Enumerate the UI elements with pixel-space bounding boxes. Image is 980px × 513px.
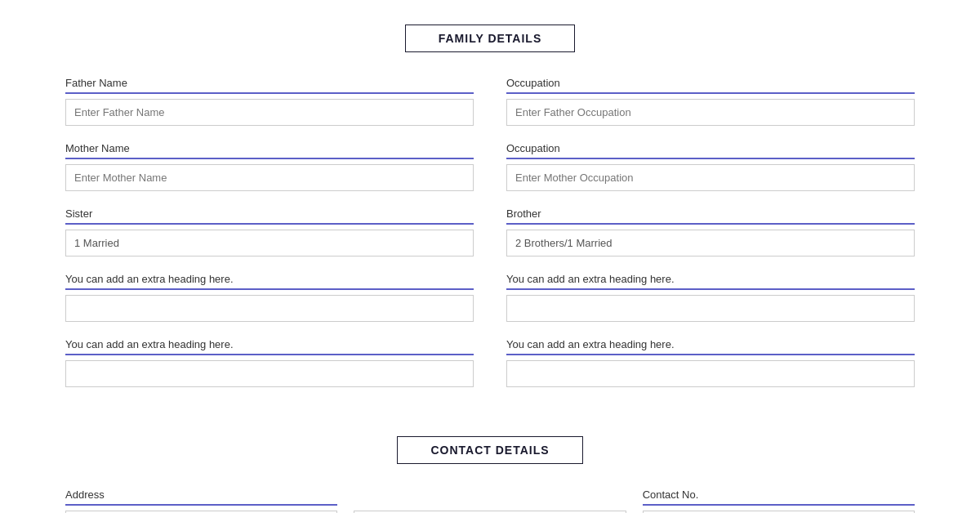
family-details-title: FAMILY DETAILS: [405, 25, 576, 52]
mother-name-input[interactable]: [65, 164, 474, 191]
brother-label: Brother: [506, 207, 915, 225]
father-name-label: Father Name: [65, 77, 474, 94]
mother-name-group: Mother Name: [65, 142, 474, 191]
extra-heading-2-right-input[interactable]: [506, 360, 915, 387]
extra-heading-2-right-label: You can add an extra heading here.: [506, 338, 915, 355]
contact-no-group: Contact No.: [643, 488, 915, 513]
contact-details-title: CONTACT DETAILS: [397, 436, 582, 464]
extra-heading-2-left-label: You can add an extra heading here.: [65, 338, 474, 355]
contact-no-label: Contact No.: [643, 488, 915, 506]
father-occupation-group: Occupation: [506, 77, 915, 126]
extra-heading-1-right-label: You can add an extra heading here.: [506, 273, 915, 290]
address-line2-group: Address: [354, 488, 626, 513]
sister-input[interactable]: [65, 230, 474, 256]
extra-heading-1-left-label: You can add an extra heading here.: [65, 273, 474, 290]
father-occupation-label: Occupation: [506, 77, 915, 94]
address-label: Address: [65, 488, 337, 506]
extra-heading-1-left-input[interactable]: [65, 295, 474, 322]
sister-group: Sister: [65, 207, 474, 256]
mother-occupation-group: Occupation: [506, 142, 915, 191]
brother-group: Brother: [506, 207, 915, 256]
father-name-group: Father Name: [65, 77, 474, 126]
father-occupation-input[interactable]: [506, 99, 915, 126]
mother-occupation-label: Occupation: [506, 142, 915, 159]
extra-heading-2-right-group: You can add an extra heading here.: [506, 338, 915, 387]
brother-input[interactable]: [506, 230, 915, 256]
address-line1-group: Address: [65, 488, 337, 513]
extra-heading-1-left-group: You can add an extra heading here.: [65, 273, 474, 322]
sister-label: Sister: [65, 207, 474, 225]
extra-heading-2-left-input[interactable]: [65, 360, 474, 387]
extra-heading-1-right-input[interactable]: [506, 295, 915, 322]
extra-heading-1-right-group: You can add an extra heading here.: [506, 273, 915, 322]
father-name-input[interactable]: [65, 99, 474, 126]
extra-heading-2-left-group: You can add an extra heading here.: [65, 338, 474, 387]
mother-occupation-input[interactable]: [506, 164, 915, 191]
mother-name-label: Mother Name: [65, 142, 474, 159]
